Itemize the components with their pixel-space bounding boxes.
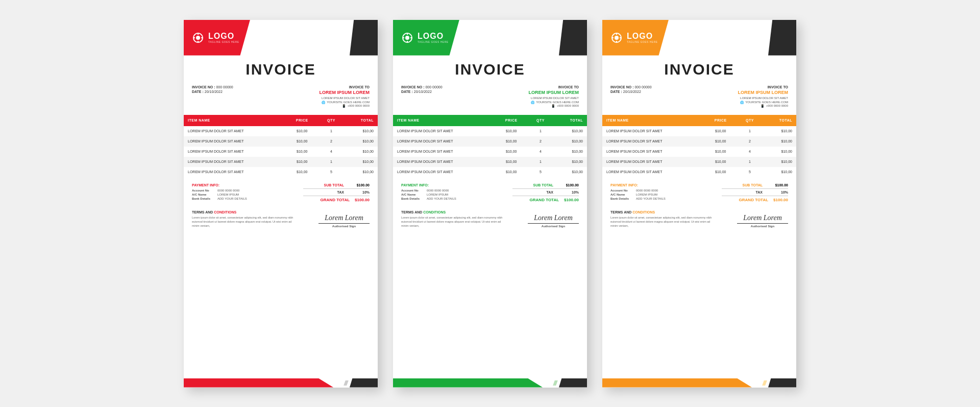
item-price: $10,00 <box>286 157 318 167</box>
tax-label: TAX <box>337 190 344 194</box>
totals-divider-2 <box>512 196 579 196</box>
logo-sub: TAGLINE GOES HERE <box>208 40 239 43</box>
invoice-title: INVOICE <box>393 56 587 81</box>
col-header-0: ITEM NAME <box>602 115 704 126</box>
table-row: LOREM IPSUM DOLOR SIT AMET $10,00 5 $10,… <box>184 167 378 177</box>
table-row: LOREM IPSUM DOLOR SIT AMET $10,00 1 $10,… <box>184 157 378 167</box>
terms-title: TERMS AND CONDITIONS <box>610 210 737 214</box>
website-row: 🌐 YOURSITE GOES HERE.COM <box>738 101 789 104</box>
svg-point-1 <box>196 36 200 40</box>
terms-left: TERMS AND CONDITIONS Lorem ipsum dolor s… <box>401 210 528 228</box>
table-body: LOREM IPSUM DOLOR SIT AMET $10,00 1 $10,… <box>393 126 587 177</box>
payment-val: 0000 0000 0000 <box>636 189 658 192</box>
totals-block: SUB TOTAL $100.00 TAX 10% GRAND TOTAL $1… <box>303 183 370 202</box>
item-qty: 2 <box>528 136 554 147</box>
grand-total-value: $100.00 <box>355 198 370 202</box>
item-qty: 2 <box>318 136 345 147</box>
phone-row: 📱 +000 0000 0000 <box>320 104 370 108</box>
item-total: $10,00 <box>553 147 587 157</box>
col-header-0: ITEM NAME <box>184 115 286 126</box>
invoice-header: LOGO TAGLINE GOES HERE <box>184 20 378 56</box>
item-name: LOREM IPSUM DOLOR SIT AMET <box>184 147 286 157</box>
signature-block: Lorem Lorem Authorised Sign <box>737 214 788 228</box>
item-price: $10,00 <box>704 126 737 136</box>
info-right: INVOICE TO LOREM IPSUM LOREM LOREM IPSUM… <box>738 85 789 108</box>
payment-title: PAYMENT INFO: <box>192 183 298 187</box>
payment-row: Bank Details ADD YOUR DETAILS <box>192 197 298 200</box>
authorised-sign: Authorised Sign <box>528 225 579 228</box>
payment-key: Bank Details <box>610 197 633 200</box>
payment-key: Account No <box>610 189 633 192</box>
invoice-to-label: INVOICE TO <box>529 85 579 89</box>
table-row: LOREM IPSUM DOLOR SIT AMET $10,00 4 $10,… <box>602 147 796 157</box>
signature-text: Lorem Lorem <box>737 214 788 222</box>
item-qty: 5 <box>737 167 763 177</box>
invoice-table: ITEM NAMEPRICEQTYTOTAL LOREM IPSUM DOLOR… <box>393 115 587 177</box>
item-total: $10,00 <box>344 157 378 167</box>
invoice-no-value: 000 00000 <box>634 85 651 89</box>
grand-total-label: GRAND TOTAL <box>739 198 768 202</box>
info-left: INVOICE NO : 000 00000 DATE : 20/10/2022 <box>401 85 443 108</box>
item-qty: 1 <box>737 157 763 167</box>
date-label: DATE : <box>401 90 413 93</box>
logo-sub: TAGLINE GOES HERE <box>418 40 449 43</box>
terms-text: Lorem ipsum dolor sit amet, consectetuer… <box>610 216 713 228</box>
logo-block: LOGO TAGLINE GOES HERE <box>393 20 459 56</box>
table-header-row: ITEM NAMEPRICEQTYTOTAL <box>184 115 378 126</box>
item-qty: 4 <box>318 147 345 157</box>
item-total: $10,00 <box>344 126 378 136</box>
sub-total-label: SUB TOTAL <box>324 183 344 187</box>
item-total: $10,00 <box>344 167 378 177</box>
footer-stripe-3 <box>762 380 767 386</box>
table-row: LOREM IPSUM DOLOR SIT AMET $10,00 5 $10,… <box>393 167 587 177</box>
payment-info: PAYMENT INFO: Account No 0000 0000 0000 … <box>192 183 298 202</box>
logo-text-group: LOGO TAGLINE GOES HERE <box>627 32 658 43</box>
footer-black <box>768 378 796 388</box>
payment-row: A/C Name LOREM IPSUM <box>192 193 298 196</box>
terms-section: TERMS AND CONDITIONS Lorem ipsum dolor s… <box>184 206 378 231</box>
table-row: LOREM IPSUM DOLOR SIT AMET $10,00 1 $10,… <box>393 157 587 167</box>
item-price: $10,00 <box>495 167 528 177</box>
table-row: LOREM IPSUM DOLOR SIT AMET $10,00 2 $10,… <box>184 136 378 147</box>
invoice-card-red: LOGO TAGLINE GOES HERE INVOICE INVOICE N… <box>184 20 378 388</box>
item-name: LOREM IPSUM DOLOR SIT AMET <box>393 167 495 177</box>
payment-val: ADD YOUR DETAILS <box>427 197 456 200</box>
date-label: DATE : <box>610 90 622 93</box>
client-address: LOREM IPSUM DOLOR SIT AMET <box>320 96 370 101</box>
invoice-header: LOGO TAGLINE GOES HERE <box>393 20 587 56</box>
totals-divider-2 <box>722 196 788 196</box>
item-qty: 5 <box>318 167 345 177</box>
svg-point-13 <box>615 36 619 40</box>
payment-val: ADD YOUR DETAILS <box>217 197 247 200</box>
sub-total-row: SUB TOTAL $100.00 <box>722 183 788 187</box>
terms-text: Lorem ipsum dolor sit amet, consectetuer… <box>401 216 503 228</box>
invoice-no-label: INVOICE NO : <box>610 85 634 89</box>
col-header-3: TOTAL <box>553 115 587 126</box>
payment-key: Bank Details <box>401 197 424 200</box>
grand-total-label: GRAND TOTAL <box>530 198 559 202</box>
phone-row: 📱 +000 0000 0000 <box>529 104 579 108</box>
payment-val: LOREM IPSUM <box>427 193 448 196</box>
client-name: LOREM IPSUM LOREM <box>529 90 579 95</box>
table-row: LOREM IPSUM DOLOR SIT AMET $10,00 2 $10,… <box>602 136 796 147</box>
phone-icon: 📱 <box>342 104 346 108</box>
item-qty: 4 <box>528 147 554 157</box>
black-block <box>350 20 378 56</box>
website-value: YOURSITE GOES HERE.COM <box>536 101 579 104</box>
tax-row: TAX 10% <box>303 190 370 194</box>
header-diagonal <box>459 20 587 56</box>
grand-total-row: GRAND TOTAL $100.00 <box>722 198 788 202</box>
table-row: LOREM IPSUM DOLOR SIT AMET $10,00 4 $10,… <box>184 147 378 157</box>
item-name: LOREM IPSUM DOLOR SIT AMET <box>184 167 286 177</box>
globe-icon: 🌐 <box>322 101 325 104</box>
phone-value: +000 0000 0000 <box>766 104 788 107</box>
col-header-2: QTY <box>528 115 554 126</box>
invoice-no-value: 000 00000 <box>425 85 442 89</box>
footer-stripe-2 <box>339 380 344 386</box>
signature-block: Lorem Lorem Authorised Sign <box>528 214 579 228</box>
footer-bar <box>602 378 796 388</box>
phone-value: +000 0000 0000 <box>347 104 370 107</box>
tax-row: TAX 10% <box>722 190 788 194</box>
invoice-no-row: INVOICE NO : 000 00000 <box>401 85 443 89</box>
globe-icon: 🌐 <box>740 101 744 104</box>
